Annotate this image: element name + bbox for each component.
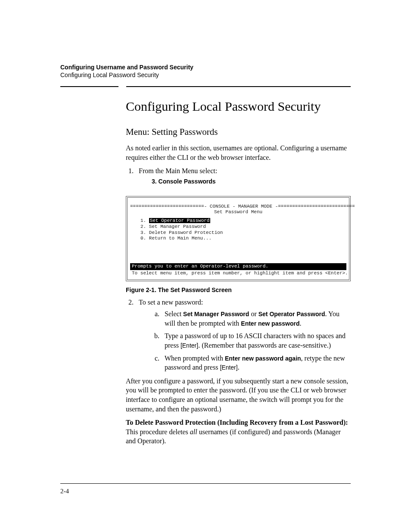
rule-short — [60, 86, 118, 87]
substep-b-post: . (Remember that passwords are case-sens… — [198, 342, 331, 349]
delete-paragraph: To Delete Password Protection (Including… — [126, 418, 351, 446]
substep-a-mid: or — [249, 310, 258, 317]
substep-list: Select Set Manager Password or Set Opera… — [139, 309, 351, 372]
substep-c: When prompted with Enter new password ag… — [161, 354, 351, 372]
step-2: To set a new password: Select Set Manage… — [135, 298, 351, 372]
substep-a-bold2: Set Operator Password — [258, 311, 325, 317]
rule-long — [126, 86, 351, 87]
console-prompt: Prompts you to enter an Operator-level p… — [130, 263, 346, 270]
console-screenshot: ==========================- CONSOLE - MA… — [126, 196, 351, 281]
substep-c-pre: When prompted with — [165, 355, 225, 362]
console-instruction: To select menu item, press item number, … — [130, 270, 346, 277]
console-menu-0: 0. Return to Main Menu... — [140, 236, 212, 241]
step-1-menu-label: 3. Console Passwords — [152, 177, 351, 186]
header-rules — [60, 86, 351, 87]
substep-c-bold1: Enter new password again — [225, 355, 301, 362]
step-2-text: To set a new password: — [139, 299, 203, 306]
footer-rule — [60, 483, 351, 484]
section-subtitle: Menu: Setting Passwords — [126, 127, 351, 137]
console-menu-3: 3. Delete Password Protection — [140, 230, 223, 235]
running-header: Configuring Username and Password Securi… — [60, 64, 351, 78]
after-paragraph: After you configure a password, if you s… — [126, 376, 351, 414]
header-chapter: Configuring Username and Password Securi… — [60, 64, 351, 71]
step-list: From the Main Menu select: 3. Console Pa… — [126, 166, 351, 185]
delete-lead: To Delete Password Protection (Including… — [126, 419, 348, 426]
substep-c-key: [Enter] — [220, 364, 237, 371]
substep-a-bold1: Set Manager Password — [183, 311, 249, 317]
figure-caption: Figure 2-1. The Set Password Screen — [126, 286, 351, 293]
step-1-text: From the Main Menu select: — [139, 167, 217, 174]
content: Configuring Local Password Security Menu… — [126, 99, 351, 446]
step-list-2: To set a new password: Select Set Manage… — [126, 298, 351, 372]
substep-b-key: [Enter] — [181, 342, 198, 349]
substep-b: Type a password of up to 16 ASCII charac… — [161, 331, 351, 350]
header-section: Configuring Local Password Security — [60, 72, 351, 78]
substep-a-bold3: Enter new password — [241, 320, 299, 327]
substep-a-post2: . — [299, 320, 301, 327]
console-menu: 1. Set Operator Password 2. Set Manager … — [140, 218, 346, 242]
page-title: Configuring Local Password Security — [126, 99, 351, 114]
substep-c-post: . — [238, 364, 240, 371]
console-banner-bar: ==========================- CONSOLE - MA… — [130, 204, 346, 210]
console-menu-1-num: 1. — [140, 218, 149, 223]
console-menu-2: 2. Set Manager Password — [140, 224, 206, 229]
substep-a: Select Set Manager Password or Set Opera… — [161, 309, 351, 328]
delete-body-pre: This procedure deletes — [126, 428, 190, 436]
page-number: 2-4 — [60, 488, 69, 495]
substep-a-pre: Select — [165, 310, 183, 317]
page: Configuring Username and Password Securi… — [0, 0, 411, 532]
console-menu-1-highlight: Set Operator Password — [149, 218, 211, 223]
intro-paragraph: As noted earlier in this section, userna… — [126, 143, 351, 162]
step-1: From the Main Menu select: 3. Console Pa… — [135, 166, 351, 185]
delete-body-em: all — [190, 428, 197, 436]
console-banner-title: Set Password Menu — [130, 209, 346, 215]
